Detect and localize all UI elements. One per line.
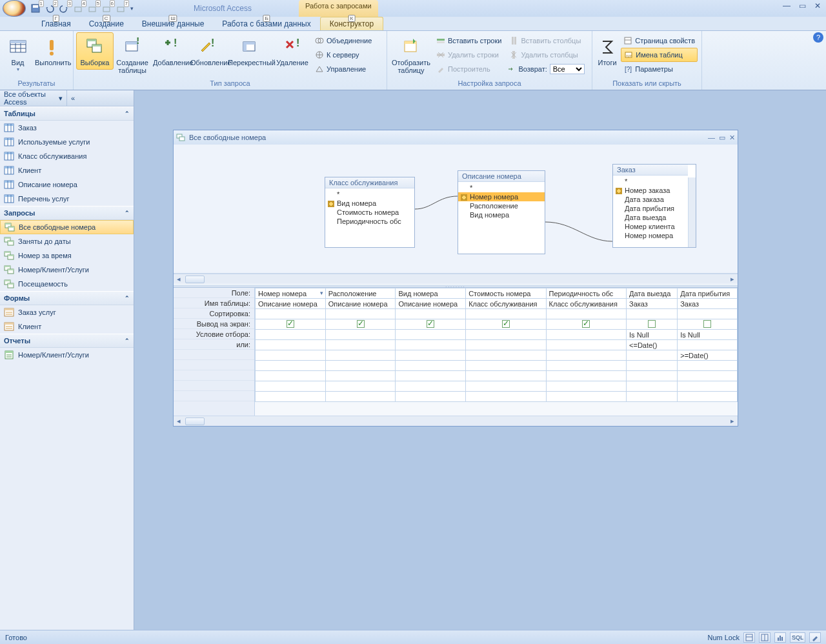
grid-cell[interactable] <box>466 309 546 319</box>
close-icon[interactable]: ✕ <box>812 1 823 10</box>
union-button[interactable]: Объединение <box>312 34 374 48</box>
grid-cell[interactable] <box>546 319 626 330</box>
select-query-button[interactable]: Выборка <box>76 32 114 70</box>
grid-cell[interactable] <box>325 340 396 350</box>
grid-cell[interactable]: Расположение <box>325 288 396 299</box>
grid-cell[interactable]: Заказ <box>627 299 678 309</box>
grid-cell[interactable] <box>678 319 738 330</box>
grid-cell[interactable] <box>546 392 626 402</box>
nav-item[interactable]: Клиент <box>0 319 134 334</box>
insert-rows-button[interactable]: Вставить строки <box>434 34 504 48</box>
qat-save-icon[interactable]: 1 <box>28 1 43 15</box>
crosstab-button[interactable]: Перекрестный <box>226 32 274 70</box>
grid-cell[interactable]: Вид номера <box>396 288 466 299</box>
grid-cell[interactable] <box>256 350 326 361</box>
qat-undo-icon[interactable]: 2 <box>43 1 57 15</box>
grid-cell[interactable] <box>466 381 546 392</box>
grid-cell[interactable] <box>256 371 326 381</box>
grid-cell[interactable] <box>325 309 396 319</box>
tab-external-data[interactable]: Внешние данныеШ <box>133 17 214 30</box>
nav-item[interactable]: Заняты до даты <box>0 234 134 248</box>
delete-query-button[interactable]: ! Удаление <box>274 32 311 70</box>
grid-cell[interactable] <box>678 371 738 381</box>
grid-cell[interactable] <box>256 319 326 330</box>
data-definition-button[interactable]: Управление <box>312 62 374 76</box>
grid-cell[interactable]: Дата выезда <box>627 288 678 299</box>
diagram-pane[interactable]: Класс обслуживания *Вид номераСтоимость … <box>174 145 738 274</box>
totals-button[interactable]: Итоги <box>595 32 620 70</box>
help-button[interactable]: ? <box>813 32 823 43</box>
parameters-button[interactable]: [?]Параметры <box>621 62 698 76</box>
tab-home[interactable]: ГлавнаяГ <box>32 17 80 30</box>
nav-item[interactable]: Используемые услуги <box>0 135 134 149</box>
grid-cell[interactable] <box>325 330 396 340</box>
nav-item[interactable]: Перечень услуг <box>0 192 134 206</box>
table-field-row[interactable]: Вид номера <box>458 210 545 219</box>
grid-cell[interactable] <box>256 392 326 402</box>
table-field-row[interactable]: * <box>613 177 688 186</box>
table-field-row[interactable]: Номер номера <box>458 192 545 201</box>
grid-cell[interactable] <box>546 330 626 340</box>
grid-cell[interactable] <box>466 330 546 340</box>
table-box-zakaz[interactable]: Заказ *Номер заказаДата заказаДата прибы… <box>612 164 696 248</box>
grid-cell[interactable] <box>546 309 626 319</box>
qat-customize-icon[interactable]: ▾ <box>128 1 136 15</box>
grid-cell[interactable]: Заказ <box>678 299 738 309</box>
table-field-row[interactable]: * <box>458 183 545 192</box>
table-field-row[interactable]: Дата прибытия <box>613 204 688 213</box>
nav-item[interactable]: Номер за время <box>0 248 134 263</box>
nav-group-forms[interactable]: Формы⌃ <box>0 291 134 305</box>
grid-cell[interactable] <box>256 381 326 392</box>
nav-item[interactable]: Заказ <box>0 121 134 135</box>
grid-cell[interactable]: Описание номера <box>325 299 396 309</box>
nav-item[interactable]: Посещаемость <box>0 277 134 291</box>
grid-cell[interactable] <box>627 371 678 381</box>
minimize-icon[interactable]: — <box>781 1 792 10</box>
tab-designer[interactable]: КонструкторК <box>320 17 383 30</box>
nav-item[interactable]: Описание номера <box>0 177 134 192</box>
nav-item[interactable]: Номер/Клиент/Услуги <box>0 348 134 362</box>
child-close-icon[interactable]: ✕ <box>729 134 735 142</box>
grid-cell[interactable] <box>396 361 466 371</box>
grid-cell[interactable]: Is Null <box>627 330 678 340</box>
grid-cell[interactable] <box>396 381 466 392</box>
maximize-icon[interactable]: ▭ <box>796 1 808 10</box>
return-select[interactable]: Все <box>550 64 585 74</box>
grid-cell[interactable] <box>627 350 678 361</box>
grid-cell[interactable] <box>546 381 626 392</box>
delete-rows-button[interactable]: Удалить строки <box>434 48 504 62</box>
grid-cell[interactable] <box>678 361 738 371</box>
grid-cell[interactable]: <=Date() <box>627 340 678 350</box>
update-button[interactable]: ! Обновление <box>188 32 226 70</box>
grid-cell[interactable] <box>325 381 396 392</box>
table-box-opisanie[interactable]: Описание номера *Номер номераРасположени… <box>458 170 545 254</box>
grid-cell[interactable] <box>546 340 626 350</box>
grid-cell[interactable] <box>627 381 678 392</box>
child-maximize-icon[interactable]: ▭ <box>719 134 725 142</box>
grid-cell[interactable]: Периодичность обс <box>546 288 626 299</box>
nav-header[interactable]: Все объекты Access▾ <box>0 90 66 106</box>
diagram-hscroll[interactable]: ◂▸ <box>174 274 738 284</box>
property-sheet-button[interactable]: Страница свойств <box>621 34 698 48</box>
grid-cell[interactable] <box>678 340 738 350</box>
table-field-row[interactable]: Дата заказа <box>613 195 688 204</box>
grid-cell[interactable]: Is Null <box>678 330 738 340</box>
grid-cell[interactable] <box>466 392 546 402</box>
grid-cell[interactable] <box>627 309 678 319</box>
grid-cell[interactable] <box>396 330 466 340</box>
grid-cell[interactable] <box>325 371 396 381</box>
view-button[interactable]: Вид ▾ <box>3 32 33 75</box>
grid-cell[interactable] <box>325 319 396 330</box>
child-minimize-icon[interactable]: — <box>708 134 715 142</box>
grid-cell[interactable] <box>546 361 626 371</box>
grid-cell[interactable] <box>396 340 466 350</box>
grid-cell[interactable] <box>466 340 546 350</box>
qat-redo-icon[interactable]: 3 <box>57 1 71 15</box>
builder-button[interactable]: Построитель <box>434 62 504 76</box>
append-button[interactable]: ! Добавление <box>151 32 188 70</box>
table-names-button[interactable]: xyzИмена таблиц <box>621 48 698 62</box>
view-sql-button[interactable]: SQL <box>790 632 805 643</box>
grid-cell[interactable] <box>396 309 466 319</box>
nav-group-reports[interactable]: Отчеты⌃ <box>0 334 134 348</box>
grid-cell[interactable]: Стоимость номера <box>466 288 546 299</box>
